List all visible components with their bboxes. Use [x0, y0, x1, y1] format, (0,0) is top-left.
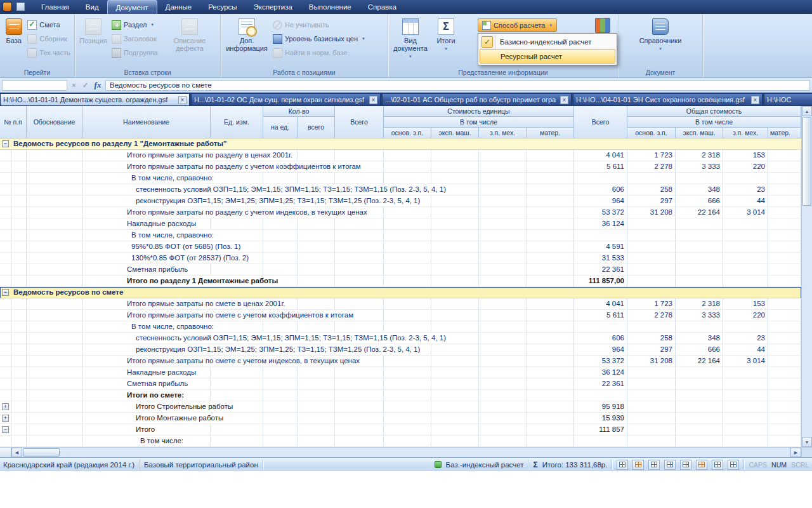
ribbon-tab-3[interactable]: Документ — [107, 0, 157, 14]
table-row[interactable]: Сметная прибыль22 361 — [0, 378, 801, 390]
document-tab-5[interactable]: Н:\НОС — [764, 93, 812, 106]
references-button[interactable]: Справочники ▼ — [636, 16, 684, 53]
scroll-up-icon[interactable]: ▲ — [802, 106, 812, 116]
sbornik-button[interactable]: Сборник — [25, 33, 72, 44]
header-label: Заголовок — [124, 35, 157, 43]
scroll-left-icon[interactable]: ◀ — [11, 448, 22, 457]
table-row[interactable]: Накладные расходы36 124 — [0, 367, 801, 378]
view-normal-icon[interactable] — [617, 460, 628, 470]
scroll-right-icon[interactable]: ▶ — [790, 448, 801, 457]
table-row[interactable]: 130%*0.85 ФОТ (от 28537) (Поз. 2)31 533 — [0, 253, 801, 264]
base-price-level-button[interactable]: Уровень базисных цен ▼ — [271, 33, 372, 44]
table-row[interactable]: В том числе, справочно: — [0, 230, 801, 241]
table-row[interactable]: В том числе, справочно: — [0, 173, 801, 184]
position-button[interactable]: Позиция — [77, 16, 110, 44]
vertical-scroll-thumb[interactable] — [802, 117, 811, 206]
smeta-button[interactable]: Смета — [25, 19, 72, 30]
section-row[interactable]: −Ведомость ресурсов по разделу 1 "Демонт… — [0, 138, 801, 150]
ribbon-tab-1[interactable]: Главная — [33, 0, 77, 14]
table-row[interactable]: +Итого Строительные работы95 918 — [0, 401, 801, 413]
document-view-button[interactable]: Вид документа ▼ — [390, 16, 431, 60]
view-grid-icon[interactable] — [664, 460, 676, 470]
horizontal-scrollbar[interactable]: ◀ ▶ — [0, 447, 812, 457]
table-row[interactable]: Итого прямые затраты по смете с учетом и… — [0, 356, 801, 367]
base-button[interactable]: База — [2, 16, 25, 44]
table-row[interactable]: Итого по разделу 1 Демонтажные работы111… — [0, 276, 801, 287]
cell-machine — [676, 413, 723, 424]
totals-button[interactable]: Σ Итоги ▼ — [431, 16, 461, 53]
ribbon-tab-4[interactable]: Данные — [157, 0, 200, 14]
table-row[interactable]: Итого прямые затраты по разделу с учетом… — [0, 207, 801, 218]
document-tab-1[interactable]: Н:\НО...\01-01-01 Демонтаж существ. огра… — [0, 93, 190, 106]
collapse-icon[interactable]: − — [2, 140, 9, 147]
vertical-scroll-track[interactable] — [802, 206, 812, 437]
vertical-scrollbar[interactable]: ▲ ▼ — [801, 106, 812, 447]
table-row[interactable]: Сметная прибыль22 361 — [0, 264, 801, 276]
table-row[interactable]: Итого прямые затраты по смете с учетом к… — [0, 310, 801, 321]
accept-icon[interactable]: ✓ — [81, 81, 90, 90]
view-print-icon[interactable] — [728, 460, 739, 470]
table-row[interactable]: Итого прямые затраты по разделу с учетом… — [0, 161, 801, 173]
close-icon[interactable]: × — [178, 96, 187, 104]
ignore-label: Не учитывать — [285, 21, 329, 29]
table-row[interactable]: Итоги по смете: — [0, 390, 801, 401]
view-split-icon[interactable] — [648, 460, 660, 470]
app-icon[interactable] — [3, 2, 12, 11]
table-row[interactable]: Итого прямые затраты по разделу в ценах … — [0, 150, 801, 161]
ribbon-tab-6[interactable]: Экспертиза — [246, 0, 301, 14]
ribbon-tab-2[interactable]: Вид — [77, 0, 107, 14]
cell-materials — [768, 253, 801, 264]
find-in-base-button[interactable]: Найти в норм. базе — [271, 47, 372, 58]
table-row[interactable]: В том числе, справочно: — [0, 321, 801, 333]
extra-info-button[interactable]: Доп. информация — [223, 16, 271, 52]
calc-method-button[interactable]: Способ расчета ▼ — [478, 18, 557, 32]
calc-mode-label[interactable]: Баз.-индексный расчет — [446, 461, 524, 469]
document-layout-icon[interactable] — [595, 18, 610, 33]
section-row[interactable]: −Ведомость ресурсов по смете — [0, 287, 801, 298]
close-icon[interactable]: × — [369, 96, 377, 104]
view-layout-icon[interactable] — [632, 460, 644, 470]
view-doc-icon[interactable] — [680, 460, 691, 470]
menu-item-1[interactable]: ✓Базисно-индексный расчет — [480, 35, 615, 49]
table-row[interactable]: 95%*0.85 ФОТ (от 5685) (Поз. 1)4 591 — [0, 241, 801, 253]
ignore-button[interactable]: Не учитывать — [271, 19, 372, 30]
cell-oper-wage: 3 014 — [723, 207, 768, 218]
ribbon-tab-7[interactable]: Выполнение — [301, 0, 360, 14]
document-tab-2[interactable]: Н...\01-01-02 ОС Дем сущ. перим охран си… — [191, 93, 381, 106]
window-icon[interactable] — [16, 3, 25, 11]
ribbon-tab-5[interactable]: Ресурсы — [200, 0, 245, 14]
view-form-icon[interactable] — [696, 460, 707, 470]
table-row[interactable]: стесненность условий ОЗП=1,15; ЭМ=1,15; … — [0, 184, 801, 196]
formula-input[interactable]: Ведомость ресурсов по смете — [105, 80, 810, 91]
cancel-icon[interactable]: × — [69, 81, 79, 89]
document-tab-3[interactable]: ...\02-01-01 АС Общестр раб по обустр пе… — [382, 93, 572, 106]
table-row[interactable]: реконструкция ОЗП=1,15; ЭМ=1,25; ЗПМ=1,2… — [0, 344, 801, 356]
table-row[interactable]: −Итого111 857 — [0, 424, 801, 436]
collapse-icon[interactable]: − — [2, 426, 9, 433]
expand-icon[interactable]: + — [2, 415, 9, 422]
table-row[interactable]: +Итого Монтажные работы15 939 — [0, 413, 801, 424]
section-button[interactable]: Раздел ▼ — [110, 19, 169, 30]
ribbon-tab-8[interactable]: Справка — [360, 0, 405, 14]
table-row[interactable]: Итого прямые затраты по смете в ценах 20… — [0, 298, 801, 310]
collapse-icon[interactable]: − — [2, 289, 9, 296]
scroll-down-icon[interactable]: ▼ — [802, 437, 812, 447]
close-icon[interactable]: × — [560, 96, 568, 104]
header-button[interactable]: Заголовок — [110, 33, 169, 44]
horizontal-scroll-thumb[interactable] — [23, 448, 60, 457]
menu-item-2[interactable]: Ресурсный расчет — [480, 49, 615, 64]
table-row[interactable]: стесненность условий ОЗП=1,15; ЭМ=1,15; … — [0, 333, 801, 344]
table-row[interactable]: В том числе: — [0, 436, 801, 447]
fx-icon[interactable]: fx — [92, 80, 103, 90]
subgroup-button[interactable]: Подгруппа — [110, 47, 169, 58]
table-row[interactable]: реконструкция ОЗП=1,15; ЭМ=1,25; ЗПМ=1,2… — [0, 196, 801, 207]
expand-icon[interactable]: + — [2, 403, 9, 410]
close-icon[interactable]: × — [751, 96, 759, 104]
table-row[interactable]: Накладные расходы36 124 — [0, 218, 801, 230]
tech-part-button[interactable]: Тех.часть — [25, 47, 72, 58]
document-tab-4[interactable]: Н:\НО...\04-01-01 ЭН Сист охранного осве… — [573, 93, 763, 106]
name-box[interactable] — [2, 80, 67, 91]
view-report-icon[interactable] — [712, 460, 723, 470]
pane-splitter[interactable] — [0, 448, 11, 457]
defect-description-button[interactable]: Описание дефекта — [169, 16, 210, 52]
